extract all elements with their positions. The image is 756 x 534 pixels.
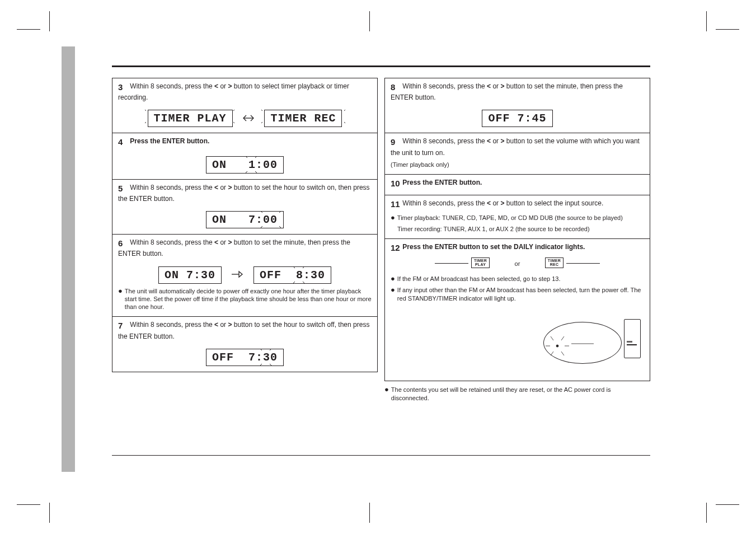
illustration xyxy=(391,308,644,375)
bullet-icon: ● xyxy=(384,386,389,403)
svg-line-14 xyxy=(261,226,262,228)
blink-marks xyxy=(145,109,234,124)
svg-line-28 xyxy=(561,352,564,355)
step-7: 7 Within 8 seconds, press the < or > but… xyxy=(112,317,378,372)
right-arrow-icon xyxy=(229,269,245,282)
display-timer-rec: TIMER REC xyxy=(264,110,342,127)
crop-mark xyxy=(706,11,707,31)
svg-line-19 xyxy=(303,282,304,283)
step-text: Press the ENTER button to set the DAILY … xyxy=(402,243,585,251)
step-number: 9 xyxy=(391,137,401,148)
step-note: ● The unit will automatically decide to … xyxy=(118,287,372,311)
svg-line-11 xyxy=(255,171,257,173)
svg-line-18 xyxy=(293,282,295,283)
indicator-timer-rec: TIMERREC xyxy=(545,257,564,268)
step-number: 12 xyxy=(391,242,401,254)
step-4: 4 Press the ENTER button. ON 1:00 xyxy=(112,133,378,179)
step-text: Within 8 seconds, press the < or > butto… xyxy=(402,199,603,207)
svg-line-6 xyxy=(344,109,345,111)
bullet-icon: ● xyxy=(391,275,395,283)
bullet-icon: ● xyxy=(118,287,123,311)
svg-point-24 xyxy=(556,345,558,347)
content-area: 3 Within 8 seconds, press the < or > but… xyxy=(112,63,650,457)
step-note: Timer recording: TUNER, AUX 1, or AUX 2 … xyxy=(391,225,644,233)
svg-line-15 xyxy=(279,226,281,228)
step-number: 8 xyxy=(391,82,401,93)
svg-line-12 xyxy=(261,211,262,213)
step-text: Press the ENTER button. xyxy=(130,137,209,145)
step-text: Within 8 seconds, press the < or > butto… xyxy=(391,82,623,101)
svg-line-7 xyxy=(344,122,345,124)
step-text: Within 8 seconds, press the < or > butto… xyxy=(118,82,349,101)
display-timer-play: TIMER PLAY xyxy=(148,110,233,127)
step-9: 9 Within 8 seconds, press the < or > but… xyxy=(384,133,650,175)
step-12: 12 Press the ENTER button to set the DAI… xyxy=(384,239,650,381)
bullet-icon: ● xyxy=(391,214,395,222)
right-column: 8 Within 8 seconds, press the < or > but… xyxy=(384,78,650,403)
blink-marks xyxy=(261,109,345,124)
display-on-time: ON 1:00 xyxy=(206,156,284,174)
svg-line-27 xyxy=(551,352,553,355)
step-text: Within 8 seconds, press the < or > butto… xyxy=(118,321,369,340)
step-subnote: (Timer playback only) xyxy=(391,161,644,168)
svg-line-3 xyxy=(233,122,234,124)
crop-mark xyxy=(369,11,370,31)
top-rule xyxy=(112,65,650,67)
step-number: 10 xyxy=(391,178,401,189)
left-column: 3 Within 8 seconds, press the < or > but… xyxy=(112,78,378,403)
svg-line-13 xyxy=(279,211,281,213)
indicator-or-text: or xyxy=(515,260,520,267)
step-5: 5 Within 8 seconds, press the < or > but… xyxy=(112,180,378,235)
step-8: 8 Within 8 seconds, press the < or > but… xyxy=(384,78,650,133)
step-note: ● If the FM or AM broadcast has been sel… xyxy=(391,275,644,283)
step-number: 5 xyxy=(118,183,128,194)
svg-line-16 xyxy=(293,266,295,268)
svg-line-0 xyxy=(145,109,146,111)
crop-mark xyxy=(369,503,370,523)
svg-line-9 xyxy=(255,156,257,158)
remote-icon xyxy=(624,319,641,358)
svg-line-26 xyxy=(561,336,564,340)
svg-line-2 xyxy=(233,109,234,111)
step-number: 11 xyxy=(391,199,401,210)
step-text: Within 8 seconds, press the < or > butto… xyxy=(391,137,640,156)
bottom-rule xyxy=(112,455,650,456)
step-11: 11 Within 8 seconds, press the < or > bu… xyxy=(384,195,650,239)
crop-mark xyxy=(49,11,50,31)
display-on-time: ON 7:00 xyxy=(206,211,284,228)
step-number: 7 xyxy=(118,320,128,331)
step-number: 4 xyxy=(118,137,128,148)
svg-line-1 xyxy=(145,122,146,124)
step-10: 10 Press the ENTER button. xyxy=(384,175,650,195)
svg-line-22 xyxy=(260,364,262,366)
blink-marks xyxy=(261,211,281,228)
crop-mark xyxy=(716,504,739,505)
svg-line-10 xyxy=(246,171,247,173)
svg-line-20 xyxy=(260,349,262,350)
blink-marks xyxy=(293,266,304,283)
step-note: ● Timer playback: TUNER, CD, TAPE, MD, o… xyxy=(391,214,644,222)
double-arrow-icon xyxy=(241,113,256,125)
crop-mark xyxy=(716,29,739,30)
svg-line-5 xyxy=(261,122,262,124)
step-text: Press the ENTER button. xyxy=(402,179,482,186)
step-number: 6 xyxy=(118,238,128,249)
blink-marks xyxy=(260,349,271,366)
display-on-time: ON 7:30 xyxy=(158,266,222,284)
step-text: Within 8 seconds, press the < or > butto… xyxy=(118,238,350,257)
callout-detail xyxy=(532,324,622,368)
step-3: 3 Within 8 seconds, press the < or > but… xyxy=(112,78,378,133)
retain-note: ● The contents you set will be retained … xyxy=(384,381,650,403)
crop-mark xyxy=(17,29,40,30)
bullet-icon: ● xyxy=(391,286,395,302)
step-number: 3 xyxy=(118,82,128,93)
crop-mark xyxy=(706,503,707,523)
crop-mark xyxy=(17,504,40,505)
step-6: 6 Within 8 seconds, press the < or > but… xyxy=(112,235,378,317)
display-off-time: OFF 7:45 xyxy=(482,110,552,127)
blink-marks xyxy=(246,156,257,173)
svg-line-4 xyxy=(261,109,262,111)
svg-line-25 xyxy=(551,336,553,340)
step-note: ● If any input other than the FM or AM b… xyxy=(391,286,644,302)
display-off-time: OFF 8:30 xyxy=(253,266,331,284)
